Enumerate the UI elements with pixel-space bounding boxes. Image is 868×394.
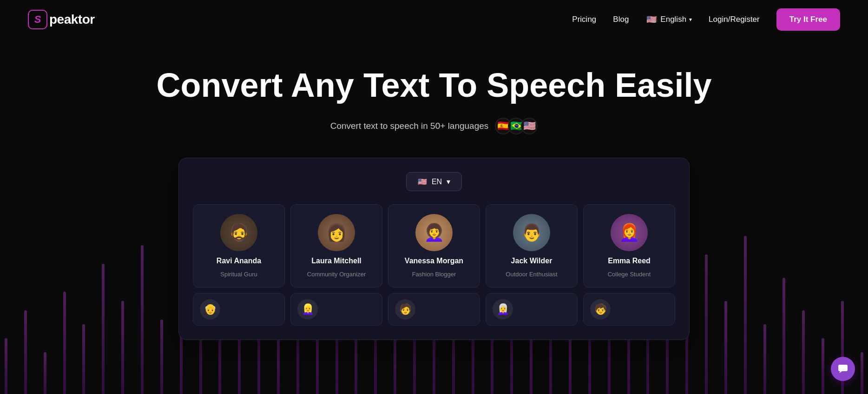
nav-links: Pricing Blog 🇺🇸 English ▾ Login/Register… bbox=[572, 8, 840, 31]
voice-avatar-laura: 👩 bbox=[318, 214, 355, 251]
logo-icon: S bbox=[28, 10, 47, 29]
logo[interactable]: S peaktor bbox=[28, 10, 95, 29]
voice-avatar-emma: 👩‍🦰 bbox=[611, 214, 648, 251]
logo-text: peaktor bbox=[49, 12, 95, 27]
voice-avatar-vanessa: 👩‍🦱 bbox=[415, 214, 453, 251]
app-language-label: EN bbox=[432, 178, 442, 186]
language-flags-group: 🇪🇸 🇧🇷 🇺🇸 bbox=[495, 118, 538, 134]
voice-card-vanessa[interactable]: 👩‍🦱 Vanessa Morgan Fashion Blogger bbox=[388, 204, 480, 287]
hero-subtitle-text: Convert text to speech in 50+ languages bbox=[330, 121, 489, 131]
voice-role-laura: Community Organizer bbox=[307, 271, 366, 278]
app-chevron-icon: ▾ bbox=[447, 177, 450, 186]
voice-name-vanessa: Vanessa Morgan bbox=[405, 257, 463, 265]
voice-avatar-mini-2: 👱‍♀️ bbox=[297, 299, 318, 320]
voice-cards-row2: 👴 👱‍♀️ 🧑 👩‍🦳 🧒 bbox=[193, 293, 675, 326]
voice-role-ravi: Spiritual Guru bbox=[220, 271, 257, 278]
language-selector[interactable]: 🇺🇸 English ▾ bbox=[645, 13, 692, 26]
voice-name-jack: Jack Wilder bbox=[511, 257, 552, 265]
nav-blog[interactable]: Blog bbox=[613, 15, 629, 24]
voice-avatar-mini-5: 🧒 bbox=[590, 299, 611, 320]
svg-rect-0 bbox=[838, 365, 848, 371]
navbar: S peaktor Pricing Blog 🇺🇸 English ▾ Logi… bbox=[0, 0, 868, 39]
voice-card-jack[interactable]: 👨 Jack Wilder Outdoor Enthusiast bbox=[486, 204, 578, 287]
language-flag: 🇺🇸 bbox=[645, 13, 658, 26]
hero-section: Convert Any Text To Speech Easily Conver… bbox=[0, 39, 868, 349]
voice-role-vanessa: Fashion Blogger bbox=[412, 271, 456, 278]
app-language-selector-container: 🇺🇸 EN ▾ bbox=[193, 172, 675, 191]
try-it-free-button[interactable]: Try It Free bbox=[776, 8, 840, 31]
voice-name-laura: Laura Mitchell bbox=[311, 257, 362, 265]
voice-card-mini-5[interactable]: 🧒 bbox=[583, 293, 675, 326]
hero-title: Convert Any Text To Speech Easily bbox=[155, 67, 713, 104]
voice-card-mini-3[interactable]: 🧑 bbox=[388, 293, 480, 326]
app-preview-card: 🇺🇸 EN ▾ 🧔 Ravi Ananda Spiritual Guru 👩 L… bbox=[178, 158, 690, 340]
wave-bar bbox=[44, 352, 46, 394]
voice-avatar-ravi: 🧔 bbox=[220, 214, 257, 251]
voice-card-mini-2[interactable]: 👱‍♀️ bbox=[290, 293, 382, 326]
app-language-button[interactable]: 🇺🇸 EN ▾ bbox=[406, 172, 462, 191]
chat-button[interactable] bbox=[831, 357, 855, 381]
wave-bar bbox=[861, 352, 863, 394]
voice-avatar-mini-1: 👴 bbox=[200, 299, 220, 320]
voice-card-laura[interactable]: 👩 Laura Mitchell Community Organizer bbox=[290, 204, 382, 287]
voice-card-mini-1[interactable]: 👴 bbox=[193, 293, 285, 326]
voice-name-ravi: Ravi Ananda bbox=[217, 257, 261, 265]
voice-card-mini-4[interactable]: 👩‍🦳 bbox=[486, 293, 578, 326]
svg-marker-1 bbox=[839, 371, 842, 373]
chat-icon bbox=[837, 364, 848, 374]
voice-role-jack: Outdoor Enthusiast bbox=[506, 271, 557, 278]
chevron-down-icon: ▾ bbox=[689, 16, 692, 23]
login-register-link[interactable]: Login/Register bbox=[709, 15, 760, 24]
voice-avatar-mini-3: 🧑 bbox=[395, 299, 415, 320]
language-label: English bbox=[660, 15, 686, 24]
voice-card-ravi[interactable]: 🧔 Ravi Ananda Spiritual Guru bbox=[193, 204, 285, 287]
voice-avatar-mini-4: 👩‍🦳 bbox=[493, 299, 513, 320]
voice-avatar-jack: 👨 bbox=[513, 214, 550, 251]
voice-name-emma: Emma Reed bbox=[608, 257, 651, 265]
voice-cards-row1: 🧔 Ravi Ananda Spiritual Guru 👩 Laura Mit… bbox=[193, 204, 675, 287]
hero-subtitle: Convert text to speech in 50+ languages … bbox=[19, 118, 849, 134]
nav-pricing[interactable]: Pricing bbox=[572, 15, 596, 24]
voice-card-emma[interactable]: 👩‍🦰 Emma Reed College Student bbox=[583, 204, 675, 287]
flag-english: 🇺🇸 bbox=[521, 118, 538, 134]
voice-role-emma: College Student bbox=[608, 271, 651, 278]
app-language-flag: 🇺🇸 bbox=[418, 177, 427, 186]
